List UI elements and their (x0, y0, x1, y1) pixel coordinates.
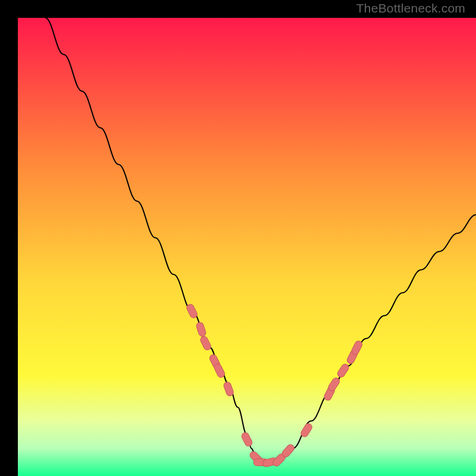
watermark-text: TheBottleneck.com (356, 1, 465, 15)
chart-frame (9, 9, 467, 467)
gradient-background (18, 18, 476, 476)
bottleneck-chart (18, 18, 476, 476)
